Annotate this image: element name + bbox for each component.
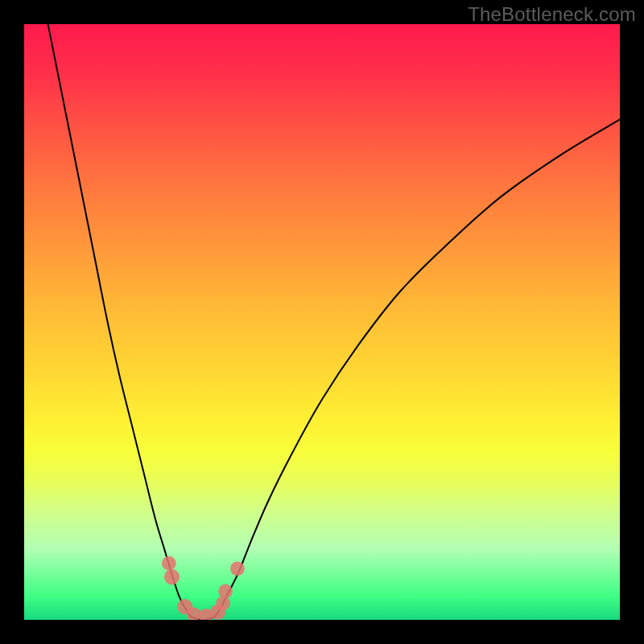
- chart-svg: [24, 24, 620, 620]
- series-right-curve: [215, 119, 620, 617]
- data-marker: [230, 561, 245, 576]
- plot-area: [24, 24, 620, 620]
- data-marker: [164, 569, 180, 584]
- data-marker: [218, 584, 233, 599]
- data-marker: [162, 556, 176, 571]
- chart-frame: TheBottleneck.com: [0, 0, 644, 644]
- data-marker: [216, 596, 230, 610]
- watermark-text: TheBottleneck.com: [468, 3, 636, 26]
- marker-group: [162, 556, 245, 620]
- curve-group: [48, 24, 620, 620]
- series-left-curve: [48, 24, 192, 617]
